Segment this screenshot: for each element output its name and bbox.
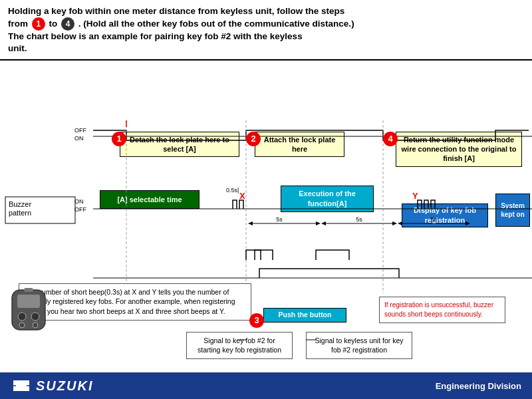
- step3-circle: 3: [249, 313, 264, 328]
- svg-text:pattern: pattern: [9, 209, 31, 217]
- header-to-text: to: [49, 19, 58, 29]
- header-line2-prefix: from: [8, 19, 28, 29]
- svg-rect-35: [24, 288, 33, 292]
- info-signal-keyless: Signal to keyless unit for key fob #2 re…: [306, 332, 412, 359]
- suzuki-s-icon: [11, 378, 32, 394]
- svg-text:ON: ON: [74, 198, 84, 205]
- step4-circle: 4: [383, 132, 398, 146]
- svg-text:5s: 5s: [430, 216, 437, 223]
- header-line3: The chart below is an example for pairin…: [8, 31, 303, 41]
- step-from-circle: 1: [32, 17, 45, 31]
- header-line2-end: . (Hold all the other key fobs out of th…: [78, 19, 354, 29]
- footer: SUZUKI Engineering Division: [0, 372, 532, 399]
- svg-point-31: [18, 313, 26, 321]
- callout-push-button: Push the button: [263, 308, 346, 323]
- info-signal-fob: Signal to key fob #2 for starting key fo…: [186, 332, 293, 359]
- svg-marker-21: [398, 221, 402, 225]
- step1-circle: 1: [112, 132, 126, 146]
- svg-marker-22: [466, 221, 470, 225]
- svg-marker-13: [248, 221, 253, 225]
- svg-point-33: [19, 323, 25, 328]
- svg-text:OFF: OFF: [74, 206, 86, 213]
- svg-text:0.5s|: 0.5s|: [226, 187, 239, 194]
- division-label: Engineering Division: [436, 381, 521, 391]
- svg-text:Buzzer: Buzzer: [9, 200, 32, 208]
- svg-marker-42: [13, 380, 29, 391]
- svg-marker-18: [392, 221, 397, 225]
- svg-text:Y: Y: [412, 191, 418, 201]
- step-to-circle: 4: [61, 17, 74, 31]
- svg-marker-17: [321, 221, 326, 225]
- svg-text:ON: ON: [74, 135, 84, 142]
- header-line4: unit.: [8, 43, 27, 53]
- info-box-beep: The number of short beep(0.3s) at X and …: [19, 283, 251, 321]
- svg-marker-14: [316, 221, 321, 225]
- svg-point-34: [33, 323, 38, 328]
- signal-diagram: OFF ON ON OFF Buzzer pattern X Y 0.5s|: [0, 120, 532, 293]
- svg-point-32: [31, 313, 39, 321]
- svg-rect-30: [17, 295, 40, 308]
- svg-text:5s: 5s: [356, 216, 362, 223]
- key-fob-image: [5, 287, 52, 333]
- info-box-unsuccessful: If registration is unsuccessful, buzzer …: [379, 297, 505, 323]
- svg-text:X: X: [239, 191, 245, 201]
- header-line1: Holding a key fob within one meter dista…: [8, 6, 344, 16]
- step2-circle: 2: [246, 132, 261, 146]
- svg-text:OFF: OFF: [74, 127, 86, 134]
- diagram-area: 1 2 3 4 Detach the lock plate here to se…: [0, 61, 532, 366]
- suzuki-logo: SUZUKI: [11, 378, 93, 394]
- svg-text:5s: 5s: [276, 216, 283, 223]
- header: Holding a key fob within one meter dista…: [0, 0, 532, 61]
- brand-name: SUZUKI: [36, 378, 93, 394]
